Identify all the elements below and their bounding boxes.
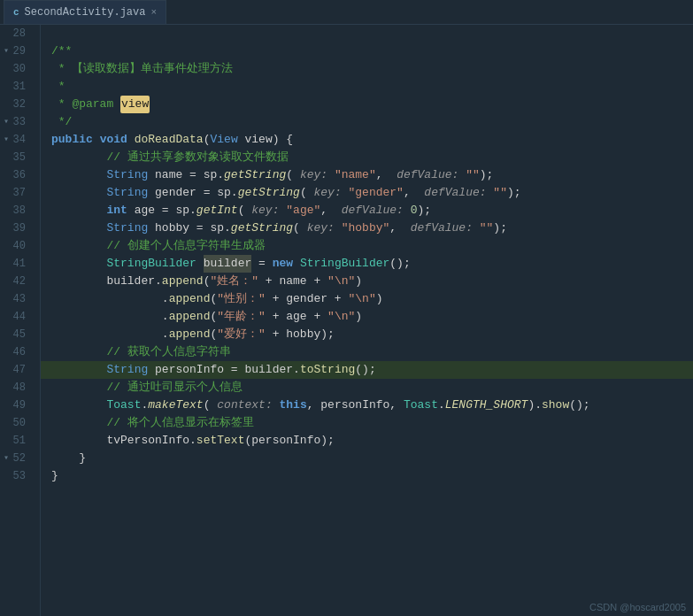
code-line: * @param view xyxy=(41,96,693,113)
code-text: = xyxy=(251,255,272,273)
code-line: tvPersonInfo.setText(personInfo); xyxy=(41,432,693,450)
type-name: String xyxy=(106,219,148,237)
code-text: . xyxy=(438,397,445,414)
code-line: * xyxy=(41,78,693,96)
code-line: // 通过吐司显示个人信息 xyxy=(41,379,693,397)
method-call: doReadData xyxy=(135,131,204,149)
keyword: this xyxy=(280,397,307,414)
comment: */ xyxy=(51,113,72,131)
code-line: // 将个人信息显示在标签里 xyxy=(41,414,693,432)
code-line: .append("性别：" + gender + "\n") xyxy=(41,290,693,308)
code-line: */ xyxy=(41,113,693,131)
code-text: + hobby); xyxy=(266,326,335,343)
code-text: , personInfo, xyxy=(307,397,404,414)
code-text xyxy=(51,397,106,414)
class-name: StringBuilder xyxy=(106,255,196,273)
code-line: String name = sp.getString( key: "name",… xyxy=(41,166,693,184)
code-text xyxy=(93,131,100,149)
code-text: ) xyxy=(376,290,383,308)
fold-icon[interactable]: ▾ xyxy=(4,42,9,60)
watermark: CSDN @hoscard2005 xyxy=(589,602,686,612)
close-icon[interactable]: × xyxy=(150,7,157,18)
type-name: String xyxy=(106,166,148,184)
line-number: 39 xyxy=(0,219,33,237)
code-text: + gender + xyxy=(266,290,349,308)
comment: // 通过共享参数对象读取文件数据 xyxy=(51,149,289,166)
code-line: String personInfo = builder.toString(); xyxy=(41,361,693,379)
method-call: append xyxy=(169,290,211,308)
line-number: 44 xyxy=(0,308,33,326)
code-text: ( xyxy=(293,219,300,237)
fold-icon[interactable]: ▾ xyxy=(4,113,9,131)
code-text: , xyxy=(376,166,390,184)
type-name: String xyxy=(106,361,148,379)
string-literal: "年龄：" xyxy=(217,308,266,326)
code-text: ); xyxy=(418,202,432,219)
code-text: ). xyxy=(527,397,542,414)
code-text: ) xyxy=(355,308,362,326)
param-hint: key: xyxy=(244,202,286,219)
string-literal: "gender" xyxy=(349,184,404,202)
fold-icon[interactable]: ▾ xyxy=(4,450,9,467)
line-number: ▾33 xyxy=(0,113,33,131)
number-literal: 0 xyxy=(411,202,418,219)
param-hint: defValue: xyxy=(418,184,494,202)
code-text: personInfo = builder. xyxy=(148,361,300,379)
string-literal: "\n" xyxy=(327,308,355,326)
line-number: 43 xyxy=(0,290,33,308)
tab-secondactivity[interactable]: c SecondActivity.java × xyxy=(4,0,166,24)
line-number: 53 xyxy=(0,467,33,485)
highlighted-word: builder xyxy=(204,255,252,273)
code-line: // 获取个人信息字符串 xyxy=(41,343,693,361)
code-text: age = sp. xyxy=(127,202,196,219)
line-number: 40 xyxy=(0,237,33,255)
line-number: 30 xyxy=(0,60,33,78)
param-hint: defValue: xyxy=(404,219,480,237)
method-call: append xyxy=(162,273,204,290)
code-text: ( xyxy=(300,184,307,202)
tab-filename: SecondActivity.java xyxy=(25,6,146,19)
code-text: ( xyxy=(210,308,217,326)
fold-icon[interactable]: ▾ xyxy=(4,131,9,149)
code-text: builder. xyxy=(51,273,162,290)
line-number: 35 xyxy=(0,149,33,166)
param-hint: context: xyxy=(210,397,279,414)
param-hint: key: xyxy=(293,166,335,184)
string-literal: "\n" xyxy=(327,273,355,290)
code-text: hobby = sp. xyxy=(148,219,231,237)
code-text: (personInfo); xyxy=(244,432,334,450)
code-text xyxy=(51,361,106,379)
line-number: 49 xyxy=(0,397,33,414)
code-line: Toast.makeText( context: this, personInf… xyxy=(41,397,693,414)
string-literal: "性别：" xyxy=(217,290,266,308)
string-literal: "" xyxy=(480,219,494,237)
comment: // 通过吐司显示个人信息 xyxy=(51,379,243,397)
comment-param: * @param xyxy=(51,96,120,113)
string-literal: "age" xyxy=(286,202,320,219)
param-hint: key: xyxy=(300,219,342,237)
line-number: ▾29 xyxy=(0,42,33,60)
code-line: // 创建个人信息字符串生成器 xyxy=(41,237,693,255)
method-call: getString xyxy=(231,219,293,237)
code-text: . xyxy=(141,397,148,414)
method-call: makeText xyxy=(148,397,203,414)
static-field: LENGTH_SHORT xyxy=(445,397,528,414)
code-line xyxy=(41,25,693,42)
code-text: + name + xyxy=(258,273,327,290)
code-text: ); xyxy=(507,184,521,202)
param-hint: key: xyxy=(307,184,349,202)
code-text xyxy=(51,184,106,202)
code-text: ( xyxy=(204,131,211,149)
line-number: ▾34 xyxy=(0,131,33,149)
comment: // 创建个人信息字符串生成器 xyxy=(51,237,266,255)
line-number: ▾52 xyxy=(0,450,33,467)
method-call: setText xyxy=(196,432,245,450)
code-text: , xyxy=(320,202,335,219)
string-literal: "hobby" xyxy=(342,219,390,237)
code-line: public void doReadData(View view) { xyxy=(41,131,693,149)
code-text: + age + xyxy=(266,308,327,326)
code-text: , xyxy=(404,184,418,202)
code-text: } xyxy=(51,467,58,485)
code-text: . xyxy=(51,290,169,308)
keyword: public xyxy=(51,131,93,149)
